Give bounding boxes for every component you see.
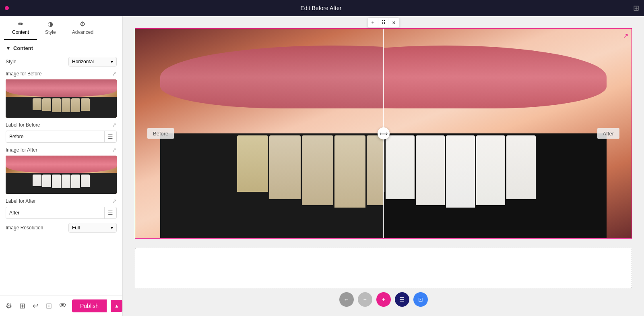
- bt2: [269, 135, 301, 199]
- image-after-preview[interactable]: [6, 156, 117, 194]
- panel-content: ▼ Content Style Horizontal ▾ Image for B…: [0, 40, 122, 295]
- image-resolution-arrow: ▾: [111, 225, 113, 231]
- tooth-a3: [52, 175, 61, 188]
- before-lips: [160, 46, 384, 108]
- image-before-label-row: Image for Before ⤢: [6, 71, 117, 77]
- image-resolution-row: Image Resolution Full ▾: [6, 223, 117, 233]
- label-before-input[interactable]: [6, 131, 104, 142]
- divider-handle[interactable]: ⟺: [378, 127, 390, 139]
- tooth-4: [62, 98, 70, 112]
- style-field-label: Style: [6, 59, 17, 64]
- label-before-row: Label for Before ⤢: [6, 122, 117, 128]
- at4: [446, 135, 475, 208]
- floating-icon-1[interactable]: ←: [339, 292, 354, 307]
- after-teeth-area: [384, 133, 607, 238]
- at2: [386, 135, 415, 199]
- tab-content-label: Content: [12, 29, 29, 35]
- label-after-drag-icon[interactable]: ⤢: [112, 198, 117, 204]
- lips-after: [6, 156, 117, 173]
- page-title: Edit Before After: [14, 5, 628, 11]
- style-select-value: Horizontal: [72, 59, 94, 64]
- corner-resize-handle[interactable]: ↗: [623, 32, 628, 40]
- image-before-drag-icon[interactable]: ⤢: [112, 71, 117, 77]
- floating-icon-4[interactable]: ☰: [395, 292, 409, 307]
- layers-icon[interactable]: ⊞: [18, 300, 27, 312]
- widget-wrapper: + ⠿ ×: [135, 28, 632, 239]
- label-after-label: Label for After: [6, 198, 36, 204]
- main-layout: ✏ Content ◑ Style ⚙ Advanced ▼ Content S…: [0, 16, 644, 316]
- label-after-input[interactable]: [6, 208, 104, 218]
- tab-content[interactable]: ✏ Content: [4, 16, 37, 40]
- tooth-a4: [62, 175, 70, 189]
- section-collapse-icon: ▼: [6, 45, 11, 51]
- style-icon: ◑: [47, 20, 53, 28]
- widget-move-button[interactable]: ⠿: [378, 18, 389, 27]
- before-after-container: ⟺ Before After: [135, 29, 632, 238]
- image-resolution-label: Image Resolution: [6, 225, 43, 231]
- at3: [416, 135, 445, 205]
- after-lips: [384, 46, 607, 108]
- widget-close-button[interactable]: ×: [389, 18, 399, 27]
- widget-toolbar: + ⠿ ×: [367, 17, 399, 28]
- publish-button[interactable]: Publish: [72, 299, 107, 312]
- image-after-label-row: Image for After ⤢: [6, 147, 117, 153]
- image-before-label: Image for Before: [6, 71, 41, 77]
- advanced-icon: ⚙: [80, 20, 85, 28]
- after-image-half: [384, 29, 632, 238]
- panel-tabs: ✏ Content ◑ Style ⚙ Advanced: [0, 16, 122, 40]
- label-after-row: Label for After ⤢: [6, 198, 117, 204]
- canvas-area: + ⠿ ×: [123, 16, 644, 316]
- bottom-drop-zone: [135, 248, 632, 288]
- image-after-inner: [6, 156, 117, 194]
- tooth-2: [42, 98, 51, 111]
- template-icon[interactable]: ⊡: [44, 300, 54, 312]
- panel-bottom-bar: ⚙ ⊞ ↩ ⊡ 👁 Publish ▲: [0, 295, 122, 316]
- tab-style-label: Style: [45, 29, 56, 35]
- label-before-drag-icon[interactable]: ⤢: [112, 122, 117, 128]
- grid-icon[interactable]: ⊞: [633, 4, 639, 12]
- settings-icon[interactable]: ⚙: [4, 300, 14, 312]
- floating-icon-5[interactable]: ⊡: [413, 292, 428, 307]
- history-icon[interactable]: ↩: [31, 300, 40, 312]
- brand-dot: [5, 6, 9, 10]
- before-teeth-area: [160, 133, 384, 238]
- canvas-content: + ⠿ ×: [123, 16, 644, 316]
- tab-style[interactable]: ◑ Style: [37, 16, 64, 40]
- content-section-header[interactable]: ▼ Content: [6, 45, 117, 51]
- tooth-a2: [42, 175, 51, 187]
- lips-before: [6, 79, 117, 97]
- tooth-3: [52, 98, 61, 112]
- tab-advanced[interactable]: ⚙ Advanced: [64, 16, 101, 40]
- image-resolution-select[interactable]: Full ▾: [68, 223, 117, 233]
- bt3: [302, 135, 333, 205]
- at6: [506, 135, 535, 199]
- eye-icon[interactable]: 👁: [58, 300, 68, 312]
- image-after-drag-icon[interactable]: ⤢: [112, 147, 117, 153]
- after-label: After: [597, 128, 619, 139]
- publish-expand-button[interactable]: ▲: [111, 300, 122, 312]
- style-select[interactable]: Horizontal ▾: [68, 57, 117, 67]
- label-after-input-row: ☰: [6, 207, 117, 219]
- tooth-6: [81, 98, 90, 111]
- at5: [476, 135, 505, 205]
- image-after-label: Image for After: [6, 147, 37, 153]
- after-bg: [384, 29, 632, 238]
- floating-icon-3[interactable]: +: [376, 292, 391, 307]
- top-bar: Edit Before After ⊞: [0, 0, 644, 16]
- teeth-area-after: [6, 173, 117, 194]
- tooth-a6: [81, 175, 90, 187]
- bt5: [367, 135, 383, 205]
- label-before-format-icon[interactable]: ☰: [104, 131, 116, 142]
- bt1: [237, 135, 268, 192]
- tab-advanced-label: Advanced: [72, 29, 93, 35]
- floating-icon-2[interactable]: −: [358, 292, 372, 307]
- image-before-preview[interactable]: [6, 79, 117, 118]
- style-select-arrow: ▾: [111, 59, 113, 64]
- style-field-row: Style Horizontal ▾: [6, 57, 117, 67]
- label-after-format-icon[interactable]: ☰: [104, 207, 116, 218]
- tooth-a5: [71, 175, 80, 188]
- teeth-area-before: [6, 97, 117, 118]
- floating-icons-row: ← − + ☰ ⊡: [135, 292, 632, 307]
- left-panel: ✏ Content ◑ Style ⚙ Advanced ▼ Content S…: [0, 16, 123, 316]
- widget-add-button[interactable]: +: [368, 18, 378, 27]
